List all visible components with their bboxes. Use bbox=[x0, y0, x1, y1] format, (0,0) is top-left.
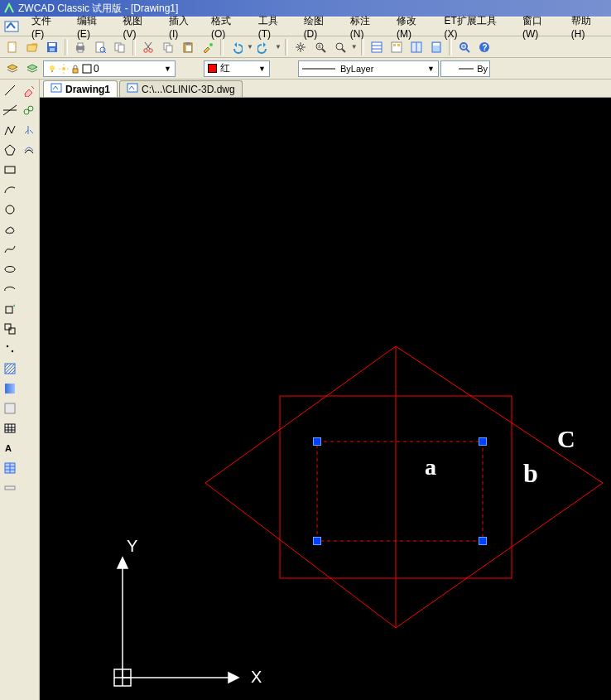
drawing-canvas[interactable]: a b C X Y bbox=[40, 98, 611, 700]
svg-text:±: ± bbox=[318, 43, 321, 49]
calculator-button[interactable] bbox=[427, 38, 445, 56]
undo-button[interactable] bbox=[227, 38, 245, 56]
table-tool[interactable] bbox=[1, 419, 19, 437]
svg-rect-81 bbox=[5, 486, 15, 490]
svg-rect-52 bbox=[73, 69, 78, 73]
separator bbox=[361, 39, 364, 56]
insert-block-tool[interactable] bbox=[1, 300, 19, 318]
svg-rect-90 bbox=[317, 442, 483, 541]
mtext-tool[interactable]: A bbox=[1, 439, 19, 457]
svg-rect-21 bbox=[185, 42, 190, 45]
circle-tool[interactable] bbox=[1, 200, 19, 219]
svg-point-61 bbox=[6, 205, 14, 214]
ellipse-arc-tool[interactable] bbox=[1, 280, 19, 298]
menu-insert[interactable]: 插入(I) bbox=[162, 12, 204, 41]
polygon-tool[interactable] bbox=[1, 141, 19, 159]
menu-et[interactable]: ET扩展工具(X) bbox=[438, 12, 516, 41]
rectangle-tool[interactable] bbox=[1, 161, 19, 179]
grip-handle[interactable] bbox=[479, 537, 487, 545]
pan-button[interactable] bbox=[291, 38, 310, 56]
color-name: 红 bbox=[220, 61, 230, 75]
zoom-realtime-button[interactable]: ± bbox=[311, 38, 330, 56]
region-tool[interactable] bbox=[1, 399, 19, 418]
color-square-icon bbox=[82, 64, 92, 74]
spline-tool[interactable] bbox=[1, 240, 19, 258]
svg-point-13 bbox=[144, 48, 147, 51]
erase-tool[interactable] bbox=[20, 81, 38, 99]
layer-manager-button[interactable] bbox=[3, 60, 22, 78]
menu-tools[interactable]: 工具(T) bbox=[252, 12, 297, 41]
svg-rect-32 bbox=[392, 42, 402, 52]
menu-view[interactable]: 视图(V) bbox=[116, 12, 162, 41]
print-button[interactable] bbox=[71, 38, 89, 56]
color-dropdown[interactable]: 红 ▼ bbox=[204, 60, 270, 77]
svg-rect-65 bbox=[9, 328, 15, 334]
menu-dim[interactable]: 标注(N) bbox=[344, 12, 390, 41]
left-toolbars: A bbox=[0, 80, 40, 700]
mirror-tool[interactable] bbox=[20, 121, 38, 139]
linetype-dropdown[interactable]: ByLayer ▼ bbox=[298, 60, 439, 77]
separator bbox=[132, 39, 136, 56]
zoom-dropdown-icon[interactable]: ▼ bbox=[351, 43, 358, 51]
menu-edit[interactable]: 编辑(E) bbox=[70, 12, 117, 41]
svg-rect-63 bbox=[6, 307, 12, 313]
doc-tab-drawing1[interactable]: Drawing1 bbox=[43, 80, 118, 97]
arc-tool[interactable] bbox=[1, 181, 19, 199]
menu-file[interactable]: 文件(F) bbox=[25, 12, 70, 41]
canvas-area: Drawing1 C:\...\CLINIC-3D.dwg bbox=[40, 80, 611, 700]
menu-help[interactable]: 帮助(H) bbox=[565, 12, 611, 41]
new-button[interactable] bbox=[3, 38, 22, 56]
svg-marker-59 bbox=[5, 145, 15, 155]
redo-dropdown-icon[interactable]: ▼ bbox=[275, 43, 281, 51]
cut-button[interactable] bbox=[139, 38, 157, 56]
redo-button[interactable] bbox=[255, 38, 273, 56]
polyline-tool[interactable] bbox=[1, 121, 19, 139]
menu-modify[interactable]: 修改(M) bbox=[390, 12, 438, 41]
menu-window[interactable]: 窗口(W) bbox=[516, 12, 565, 41]
gradient-tool[interactable] bbox=[1, 379, 19, 398]
design-center-button[interactable] bbox=[387, 38, 406, 56]
line-tool[interactable] bbox=[1, 81, 19, 99]
doc-tab-clinic3d[interactable]: C:\...\CLINIC-3D.dwg bbox=[119, 80, 243, 97]
extra-tool[interactable] bbox=[1, 479, 19, 497]
table2-tool[interactable] bbox=[1, 459, 19, 477]
svg-marker-88 bbox=[205, 346, 603, 628]
layer-prev-button[interactable] bbox=[23, 60, 41, 78]
svg-rect-18 bbox=[166, 46, 172, 52]
help-button[interactable]: ? bbox=[475, 38, 493, 56]
publish-button[interactable] bbox=[111, 38, 129, 56]
menu-draw[interactable]: 绘图(D) bbox=[297, 12, 344, 41]
grip-handle[interactable] bbox=[479, 437, 487, 446]
grip-handle[interactable] bbox=[313, 537, 321, 545]
layer-dropdown[interactable]: 0 ▼ bbox=[43, 60, 176, 77]
tool-palettes-button[interactable] bbox=[407, 38, 426, 56]
dwg-icon bbox=[127, 82, 138, 96]
point-tool[interactable] bbox=[1, 340, 19, 358]
xline-tool[interactable] bbox=[1, 101, 19, 119]
svg-line-28 bbox=[342, 49, 345, 52]
zoom-window-button[interactable] bbox=[331, 38, 349, 56]
paste-button[interactable] bbox=[179, 38, 197, 56]
print-preview-button[interactable] bbox=[91, 38, 109, 56]
svg-rect-12 bbox=[118, 45, 124, 52]
annotation-b: b bbox=[523, 458, 538, 489]
offset-tool[interactable] bbox=[20, 141, 38, 159]
menu-format[interactable]: 格式(O) bbox=[204, 12, 252, 41]
separator bbox=[65, 39, 68, 56]
make-block-tool[interactable] bbox=[1, 320, 19, 338]
zoom-extents-button[interactable] bbox=[455, 38, 474, 56]
open-button[interactable] bbox=[23, 38, 41, 56]
copy-button[interactable] bbox=[159, 38, 177, 56]
ellipse-tool[interactable] bbox=[1, 260, 19, 278]
lineweight-dropdown[interactable]: By bbox=[440, 60, 490, 77]
grip-handle[interactable] bbox=[313, 437, 321, 446]
hatch-tool[interactable] bbox=[1, 360, 19, 378]
undo-dropdown-icon[interactable]: ▼ bbox=[247, 43, 253, 51]
save-button[interactable] bbox=[43, 38, 61, 56]
revcloud-tool[interactable] bbox=[1, 220, 19, 239]
copy-tool[interactable] bbox=[20, 101, 38, 119]
matchprop-button[interactable] bbox=[199, 38, 217, 56]
linetype-name: ByLayer bbox=[340, 64, 373, 74]
properties-button[interactable] bbox=[368, 38, 386, 56]
svg-rect-29 bbox=[372, 42, 382, 52]
